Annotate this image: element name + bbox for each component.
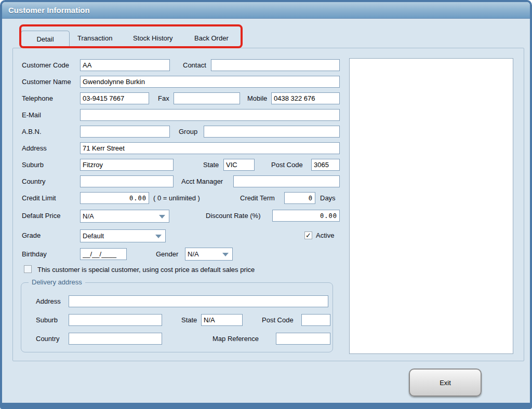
map-reference-label: Map Reference — [212, 333, 259, 345]
grade-value: Default — [83, 232, 104, 240]
delivery-state-label: State — [181, 314, 197, 326]
dropdown-arrow-icon — [155, 235, 162, 238]
address-input[interactable] — [80, 142, 340, 154]
suburb-label: Suburb — [22, 159, 44, 171]
title-bar[interactable]: Customer Information — [2, 2, 530, 19]
default-price-value: N/A — [83, 212, 94, 220]
delivery-suburb-label: Suburb — [36, 314, 58, 326]
suburb-input[interactable] — [80, 159, 174, 171]
credit-term-input[interactable] — [284, 192, 315, 204]
delivery-address-input[interactable] — [69, 295, 328, 307]
customer-code-label: Customer Code — [22, 59, 69, 71]
discount-rate-label: Discount Rate (%) — [206, 210, 260, 222]
mobile-input[interactable] — [271, 92, 340, 104]
grade-label: Grade — [22, 229, 41, 241]
exit-button[interactable]: Exit — [409, 369, 482, 397]
credit-limit-label: Credit Limit — [22, 192, 56, 204]
telephone-label: Telephone — [22, 92, 53, 104]
post-code-label: Post Code — [271, 159, 303, 171]
gender-value: N/A — [188, 250, 199, 258]
discount-rate-input[interactable] — [272, 210, 340, 222]
dropdown-arrow-icon — [159, 215, 165, 219]
country-label: Country — [22, 175, 46, 187]
delivery-post-code-label: Post Code — [262, 314, 294, 326]
tab-transaction[interactable]: Transaction — [77, 33, 112, 44]
birthday-input[interactable] — [80, 248, 127, 260]
active-label: Active — [316, 229, 334, 241]
delivery-country-input[interactable] — [69, 333, 162, 345]
acct-manager-input[interactable] — [233, 175, 340, 187]
tab-stock-history[interactable]: Stock History — [133, 33, 173, 44]
dropdown-arrow-icon — [222, 253, 229, 256]
customer-information-dialog: Customer Information Detail Transaction … — [0, 0, 532, 409]
telephone-input[interactable] — [80, 92, 149, 104]
delivery-address-legend: Delivery address — [29, 278, 85, 286]
delivery-suburb-input[interactable] — [69, 314, 162, 326]
state-input[interactable] — [223, 159, 255, 171]
checkmark-icon: ✓ — [305, 231, 311, 239]
post-code-input[interactable] — [311, 159, 340, 171]
abn-label: A.B.N. — [22, 126, 42, 138]
special-customer-checkbox[interactable] — [24, 265, 32, 273]
delivery-address-label: Address — [36, 295, 61, 307]
tab-detail[interactable]: Detail — [21, 31, 70, 48]
customer-photo-panel — [349, 58, 513, 354]
credit-limit-input[interactable] — [80, 192, 149, 204]
fax-label: Fax — [158, 92, 169, 104]
delivery-country-label: Country — [36, 333, 60, 345]
abn-input[interactable] — [80, 126, 170, 138]
delivery-state-input[interactable] — [201, 314, 243, 326]
delivery-post-code-input[interactable] — [301, 314, 330, 326]
group-input[interactable] — [204, 126, 340, 138]
country-input[interactable] — [80, 175, 174, 187]
credit-term-days-label: Days — [320, 192, 336, 204]
contact-label: Contact — [183, 59, 206, 71]
gender-dropdown[interactable]: N/A — [185, 248, 233, 261]
customer-code-input[interactable] — [80, 59, 170, 71]
credit-term-label: Credit Term — [240, 192, 275, 204]
tab-back-order[interactable]: Back Order — [194, 33, 229, 44]
window-title: Customer Information — [2, 2, 530, 18]
birthday-label: Birthday — [22, 248, 47, 260]
state-label: State — [203, 159, 219, 171]
map-reference-input[interactable] — [276, 333, 330, 345]
email-input[interactable] — [80, 109, 340, 121]
address-label: Address — [22, 142, 47, 154]
group-label: Group — [179, 126, 197, 138]
credit-limit-hint: ( 0 = unlimited ) — [153, 192, 200, 204]
mobile-label: Mobile — [247, 92, 267, 104]
default-price-label: Default Price — [22, 210, 60, 222]
special-customer-label: This customer is special customer, using… — [37, 264, 255, 276]
default-price-dropdown[interactable]: N/A — [80, 210, 169, 223]
acct-manager-label: Acct Manager — [181, 175, 223, 187]
active-checkbox[interactable]: ✓ — [304, 231, 312, 239]
contact-input[interactable] — [211, 59, 340, 71]
customer-name-input[interactable] — [80, 76, 340, 88]
customer-name-label: Customer Name — [22, 76, 71, 88]
email-label: E-Mail — [22, 109, 41, 121]
gender-label: Gender — [156, 248, 178, 260]
grade-dropdown[interactable]: Default — [80, 229, 166, 242]
fax-input[interactable] — [174, 92, 240, 104]
